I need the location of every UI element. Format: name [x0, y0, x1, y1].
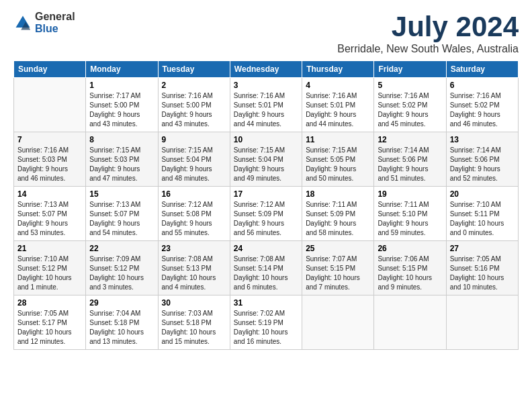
header-cell-friday: Friday [374, 61, 446, 78]
day-number: 7 [17, 135, 82, 144]
day-number: 2 [162, 81, 226, 90]
day-info: Sunrise: 7:16 AM Sunset: 5:01 PM Dayligh… [306, 91, 370, 129]
day-cell: 6Sunrise: 7:16 AM Sunset: 5:02 PM Daylig… [446, 78, 518, 132]
calendar-header: SundayMondayTuesdayWednesdayThursdayFrid… [14, 61, 519, 78]
day-cell: 15Sunrise: 7:13 AM Sunset: 5:07 PM Dayli… [86, 187, 158, 241]
day-cell: 29Sunrise: 7:04 AM Sunset: 5:18 PM Dayli… [86, 295, 158, 350]
day-info: Sunrise: 7:15 AM Sunset: 5:04 PM Dayligh… [234, 146, 298, 183]
day-info: Sunrise: 7:16 AM Sunset: 5:00 PM Dayligh… [162, 91, 226, 129]
day-info: Sunrise: 7:15 AM Sunset: 5:05 PM Dayligh… [306, 146, 370, 183]
calendar-body: 1Sunrise: 7:17 AM Sunset: 5:00 PM Daylig… [14, 78, 519, 350]
header-cell-tuesday: Tuesday [158, 61, 230, 78]
header-cell-saturday: Saturday [446, 61, 518, 78]
day-info: Sunrise: 7:13 AM Sunset: 5:07 PM Dayligh… [17, 200, 82, 238]
day-info: Sunrise: 7:11 AM Sunset: 5:10 PM Dayligh… [378, 200, 442, 238]
day-info: Sunrise: 7:12 AM Sunset: 5:08 PM Dayligh… [162, 200, 226, 238]
logo-icon [13, 13, 32, 32]
day-cell: 19Sunrise: 7:11 AM Sunset: 5:10 PM Dayli… [374, 187, 446, 241]
day-cell: 1Sunrise: 7:17 AM Sunset: 5:00 PM Daylig… [86, 78, 158, 132]
day-info: Sunrise: 7:03 AM Sunset: 5:18 PM Dayligh… [162, 309, 226, 347]
day-info: Sunrise: 7:09 AM Sunset: 5:12 PM Dayligh… [89, 255, 154, 292]
day-info: Sunrise: 7:07 AM Sunset: 5:15 PM Dayligh… [306, 255, 370, 292]
day-cell: 18Sunrise: 7:11 AM Sunset: 5:09 PM Dayli… [302, 187, 374, 241]
day-number: 27 [450, 244, 515, 253]
day-number: 28 [17, 298, 82, 308]
header-row: SundayMondayTuesdayWednesdayThursdayFrid… [14, 61, 519, 78]
day-cell: 27Sunrise: 7:05 AM Sunset: 5:16 PM Dayli… [446, 241, 518, 295]
week-row-4: 21Sunrise: 7:10 AM Sunset: 5:12 PM Dayli… [14, 241, 519, 295]
day-number: 11 [306, 135, 370, 144]
day-number: 1 [89, 81, 154, 90]
main-title: July 2024 [337, 11, 519, 43]
header: General Blue July 2024 Berridale, New So… [13, 11, 519, 55]
day-number: 15 [89, 189, 154, 199]
day-info: Sunrise: 7:12 AM Sunset: 5:09 PM Dayligh… [234, 200, 298, 238]
header-cell-thursday: Thursday [302, 61, 374, 78]
day-cell: 23Sunrise: 7:08 AM Sunset: 5:13 PM Dayli… [158, 241, 230, 295]
day-cell: 17Sunrise: 7:12 AM Sunset: 5:09 PM Dayli… [230, 187, 302, 241]
day-info: Sunrise: 7:16 AM Sunset: 5:03 PM Dayligh… [17, 146, 82, 183]
day-cell: 7Sunrise: 7:16 AM Sunset: 5:03 PM Daylig… [14, 132, 86, 187]
day-number: 20 [450, 189, 515, 199]
day-number: 14 [17, 189, 82, 199]
day-number: 19 [378, 189, 442, 199]
day-cell: 16Sunrise: 7:12 AM Sunset: 5:08 PM Dayli… [158, 187, 230, 241]
day-number: 22 [89, 244, 154, 253]
day-info: Sunrise: 7:05 AM Sunset: 5:17 PM Dayligh… [17, 309, 82, 347]
day-cell: 31Sunrise: 7:02 AM Sunset: 5:19 PM Dayli… [230, 295, 302, 350]
day-info: Sunrise: 7:14 AM Sunset: 5:06 PM Dayligh… [378, 146, 442, 183]
logo: General Blue [13, 11, 75, 34]
day-info: Sunrise: 7:10 AM Sunset: 5:12 PM Dayligh… [17, 255, 82, 292]
day-number: 13 [450, 135, 515, 144]
day-number: 23 [162, 244, 226, 253]
day-cell: 9Sunrise: 7:15 AM Sunset: 5:04 PM Daylig… [158, 132, 230, 187]
day-number: 5 [378, 81, 442, 90]
day-cell: 2Sunrise: 7:16 AM Sunset: 5:00 PM Daylig… [158, 78, 230, 132]
day-number: 24 [234, 244, 298, 253]
day-number: 12 [378, 135, 442, 144]
day-info: Sunrise: 7:14 AM Sunset: 5:06 PM Dayligh… [450, 146, 515, 183]
day-number: 17 [234, 189, 298, 199]
day-number: 8 [89, 135, 154, 144]
day-number: 21 [17, 244, 82, 253]
day-cell: 14Sunrise: 7:13 AM Sunset: 5:07 PM Dayli… [14, 187, 86, 241]
week-row-5: 28Sunrise: 7:05 AM Sunset: 5:17 PM Dayli… [14, 295, 519, 350]
day-info: Sunrise: 7:06 AM Sunset: 5:15 PM Dayligh… [378, 255, 442, 292]
day-number: 30 [162, 298, 226, 308]
day-cell: 25Sunrise: 7:07 AM Sunset: 5:15 PM Dayli… [302, 241, 374, 295]
day-cell: 28Sunrise: 7:05 AM Sunset: 5:17 PM Dayli… [14, 295, 86, 350]
day-number: 9 [162, 135, 226, 144]
day-cell: 24Sunrise: 7:08 AM Sunset: 5:14 PM Dayli… [230, 241, 302, 295]
day-cell: 21Sunrise: 7:10 AM Sunset: 5:12 PM Dayli… [14, 241, 86, 295]
day-cell: 20Sunrise: 7:10 AM Sunset: 5:11 PM Dayli… [446, 187, 518, 241]
logo-blue: Blue [35, 23, 75, 35]
calendar: SundayMondayTuesdayWednesdayThursdayFrid… [13, 60, 519, 350]
day-number: 31 [234, 298, 298, 308]
day-cell: 8Sunrise: 7:15 AM Sunset: 5:03 PM Daylig… [86, 132, 158, 187]
day-number: 18 [306, 189, 370, 199]
week-row-2: 7Sunrise: 7:16 AM Sunset: 5:03 PM Daylig… [14, 132, 519, 187]
day-info: Sunrise: 7:08 AM Sunset: 5:13 PM Dayligh… [162, 255, 226, 292]
day-cell [374, 295, 446, 350]
header-cell-wednesday: Wednesday [230, 61, 302, 78]
day-info: Sunrise: 7:15 AM Sunset: 5:03 PM Dayligh… [89, 146, 154, 183]
day-number: 10 [234, 135, 298, 144]
day-number: 3 [234, 81, 298, 90]
logo-text: General Blue [35, 11, 75, 34]
day-number: 29 [89, 298, 154, 308]
day-cell: 30Sunrise: 7:03 AM Sunset: 5:18 PM Dayli… [158, 295, 230, 350]
day-cell [446, 295, 518, 350]
day-info: Sunrise: 7:17 AM Sunset: 5:00 PM Dayligh… [89, 91, 154, 129]
day-cell: 4Sunrise: 7:16 AM Sunset: 5:01 PM Daylig… [302, 78, 374, 132]
day-info: Sunrise: 7:02 AM Sunset: 5:19 PM Dayligh… [234, 309, 298, 347]
day-cell: 3Sunrise: 7:16 AM Sunset: 5:01 PM Daylig… [230, 78, 302, 132]
day-cell [14, 78, 86, 132]
day-number: 6 [450, 81, 515, 90]
title-area: July 2024 Berridale, New South Wales, Au… [337, 11, 519, 55]
day-info: Sunrise: 7:08 AM Sunset: 5:14 PM Dayligh… [234, 255, 298, 292]
day-info: Sunrise: 7:11 AM Sunset: 5:09 PM Dayligh… [306, 200, 370, 238]
day-info: Sunrise: 7:05 AM Sunset: 5:16 PM Dayligh… [450, 255, 515, 292]
day-info: Sunrise: 7:10 AM Sunset: 5:11 PM Dayligh… [450, 200, 515, 238]
day-cell: 12Sunrise: 7:14 AM Sunset: 5:06 PM Dayli… [374, 132, 446, 187]
week-row-3: 14Sunrise: 7:13 AM Sunset: 5:07 PM Dayli… [14, 187, 519, 241]
